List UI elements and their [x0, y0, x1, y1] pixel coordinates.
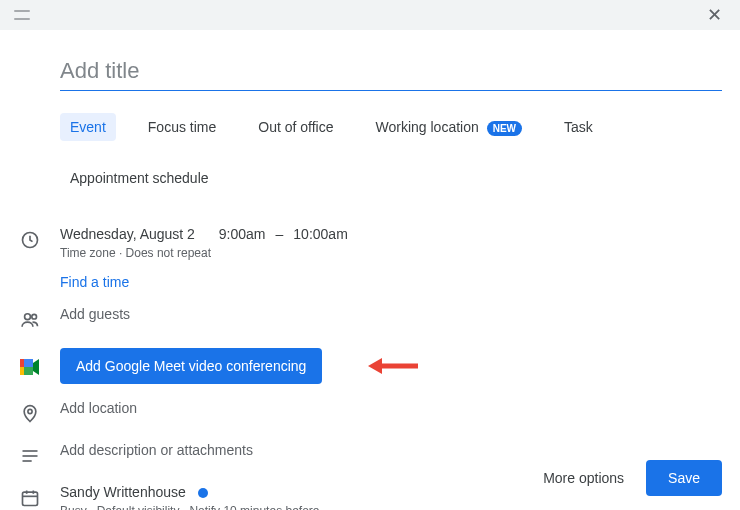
clock-icon — [18, 228, 42, 252]
availability-value[interactable]: Busy — [60, 504, 87, 510]
tab-task[interactable]: Task — [554, 113, 603, 141]
event-start-time[interactable]: 9:00am — [219, 226, 266, 242]
svg-point-1 — [25, 314, 31, 320]
calendar-color-dot — [198, 488, 208, 498]
annotation-arrow-icon — [368, 356, 418, 376]
location-row: Add location — [18, 392, 722, 434]
svg-point-8 — [28, 409, 32, 413]
dialog-header: ✕ — [0, 0, 740, 30]
add-google-meet-button[interactable]: Add Google Meet video conferencing — [60, 348, 322, 384]
calendar-owner[interactable]: Sandy Writtenhouse — [60, 484, 186, 500]
tab-out-of-office[interactable]: Out of office — [248, 113, 343, 141]
new-badge: NEW — [487, 121, 522, 136]
svg-rect-6 — [24, 367, 33, 375]
tab-focus-time[interactable]: Focus time — [138, 113, 226, 141]
guests-row: Add guests — [18, 298, 722, 340]
tab-working-location-label: Working location — [376, 119, 479, 135]
svg-rect-3 — [20, 359, 24, 367]
find-a-time-link[interactable]: Find a time — [60, 274, 129, 290]
recurrence-link[interactable]: Does not repeat — [126, 246, 211, 260]
drag-handle-icon[interactable] — [14, 10, 30, 20]
svg-rect-4 — [20, 367, 24, 375]
title-input[interactable] — [60, 54, 722, 91]
visibility-value[interactable]: Default visibility — [97, 504, 180, 510]
tab-appointment-schedule[interactable]: Appointment schedule — [60, 164, 219, 192]
tab-event[interactable]: Event — [60, 113, 116, 141]
event-type-tabs: Event Focus time Out of office Working l… — [18, 113, 722, 192]
save-button[interactable]: Save — [646, 460, 722, 496]
timezone-link[interactable]: Time zone — [60, 246, 116, 260]
event-date[interactable]: Wednesday, August 2 — [60, 226, 195, 242]
add-location-input[interactable]: Add location — [60, 400, 137, 416]
tab-working-location[interactable]: Working location NEW — [366, 113, 532, 142]
event-end-time[interactable]: 10:00am — [293, 226, 347, 242]
location-pin-icon — [18, 402, 42, 426]
conferencing-row: Add Google Meet video conferencing — [18, 340, 722, 392]
dialog-footer: More options Save — [543, 460, 722, 496]
svg-rect-5 — [24, 359, 33, 367]
datetime-row: Wednesday, August 2 9:00am – 10:00am Tim… — [18, 218, 722, 298]
google-meet-icon — [18, 355, 42, 379]
add-guests-input[interactable]: Add guests — [60, 306, 130, 322]
svg-point-2 — [32, 314, 37, 319]
people-icon — [18, 308, 42, 332]
notes-icon — [18, 444, 42, 468]
notification-value[interactable]: Notify 10 minutes before — [189, 504, 319, 510]
svg-rect-12 — [23, 492, 38, 505]
calendar-icon — [18, 486, 42, 510]
time-separator: – — [276, 226, 284, 242]
more-options-button[interactable]: More options — [543, 470, 624, 486]
add-description-input[interactable]: Add description or attachments — [60, 442, 253, 458]
close-button[interactable]: ✕ — [702, 3, 726, 27]
